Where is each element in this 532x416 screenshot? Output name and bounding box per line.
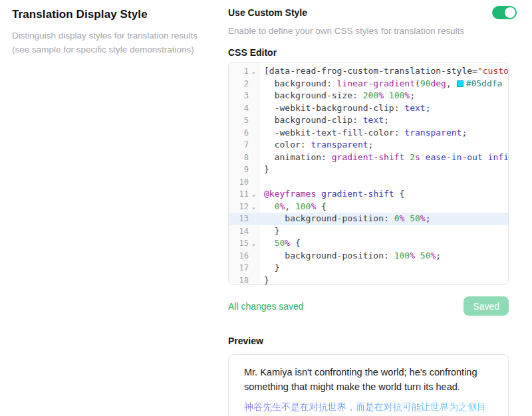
editor-line[interactable]: color: transparent;	[259, 139, 508, 152]
editor-line[interactable]: [data-read-frog-custom-translation-style…	[259, 65, 508, 78]
code-token: ,	[285, 201, 295, 211]
fold-arrow-icon[interactable]: ⌄	[249, 188, 259, 201]
saved-button[interactable]: Saved	[464, 296, 509, 316]
code-token	[404, 213, 410, 223]
css-editor-label: CSS Editor	[228, 47, 509, 58]
code-token: %	[285, 238, 290, 248]
code-token	[264, 201, 275, 211]
gutter-line: 8	[229, 152, 259, 164]
preview-box: Mr. Kamiya isn't confronting the world; …	[228, 354, 509, 416]
color-swatch-icon[interactable]	[457, 80, 464, 87]
preview-source-text: Mr. Kamiya isn't confronting the world; …	[244, 365, 493, 394]
code-token: background:	[264, 78, 337, 88]
editor-line[interactable]: -webkit-text-fill-color: transparent;	[259, 127, 508, 140]
editor-line[interactable]: 0%, 100% {	[259, 201, 508, 213]
code-token: {	[316, 201, 327, 211]
gutter-line: 4	[229, 102, 259, 115]
toggle-knob-icon	[505, 7, 515, 18]
code-token: text	[404, 103, 425, 113]
use-custom-style-row: Use Custom Style	[228, 5, 509, 20]
code-token: ease-in-out	[426, 152, 483, 162]
code-token: 0	[394, 213, 400, 223]
editor-code-area[interactable]: [data-read-frog-custom-translation-style…	[259, 62, 508, 284]
fold-arrow-icon[interactable]: ⌄	[249, 237, 259, 250]
editor-line[interactable]: -webkit-background-clip: text;	[259, 102, 508, 115]
code-token: background-size:	[264, 90, 363, 100]
line-number: 12	[239, 201, 249, 213]
line-number: 4	[244, 102, 249, 115]
code-token: 0	[507, 78, 508, 88]
editor-line[interactable]: background-clip: text;	[259, 114, 508, 127]
code-token: gradient-shift	[321, 189, 394, 199]
gutter-line: 18	[229, 274, 259, 286]
editor-line[interactable]: background-size: 200% 100%;	[259, 90, 508, 102]
code-token: 100	[295, 201, 311, 211]
code-token: ;	[384, 115, 389, 125]
line-number: 14	[239, 225, 249, 238]
code-token: background-position:	[264, 251, 394, 260]
code-token: s	[415, 152, 420, 162]
code-token: gradient-shift	[332, 152, 405, 162]
code-token: %	[410, 251, 415, 260]
section-intro: Translation Display Style Distinguish di…	[12, 5, 228, 416]
editor-line[interactable]	[259, 176, 508, 189]
code-token	[384, 90, 389, 100]
editor-line[interactable]: }	[259, 163, 508, 176]
code-token: text	[363, 115, 384, 125]
line-number: 11	[239, 188, 249, 201]
code-token: 50	[275, 238, 285, 248]
code-token	[264, 238, 275, 248]
editor-line[interactable]: animation: gradient-shift 2s ease-in-out…	[259, 152, 508, 164]
line-number: 2	[244, 78, 249, 90]
css-editor[interactable]: 1⌄234567891011⌄12⌄131415⌄161718 [data-re…	[228, 62, 509, 285]
code-token: }	[264, 262, 279, 272]
code-token	[420, 152, 426, 162]
code-token: @keyframes	[264, 189, 316, 199]
code-token: ;	[410, 90, 415, 100]
code-token: 2	[410, 152, 415, 162]
code-token: background-clip:	[264, 115, 363, 125]
code-token: %	[404, 90, 410, 100]
use-custom-style-toggle[interactable]	[492, 6, 517, 19]
code-token: %	[420, 213, 426, 223]
code-token: }	[264, 275, 269, 285]
code-token: -webkit-text-fill-color:	[264, 128, 404, 138]
gutter-line: 14	[229, 225, 259, 238]
editor-gutter: 1⌄234567891011⌄12⌄131415⌄161718	[229, 62, 259, 284]
code-token: #05ddfa	[466, 78, 503, 88]
save-status-text: All changes saved	[228, 301, 304, 312]
code-token: ;	[426, 213, 431, 223]
gutter-line: 5	[229, 114, 259, 127]
editor-line[interactable]: background-position: 0% 50%;	[259, 213, 508, 225]
editor-line[interactable]: }	[259, 225, 508, 238]
editor-line[interactable]: }	[259, 274, 508, 285]
fold-arrow-icon[interactable]: ⌄	[249, 201, 259, 213]
gutter-line: 11⌄	[229, 188, 259, 201]
code-token: ;	[426, 103, 431, 113]
gutter-line: 7	[229, 139, 259, 152]
page-description: Distinguish display styles for translati…	[12, 29, 215, 56]
code-token: ,	[446, 78, 457, 88]
code-token	[404, 152, 410, 162]
code-token: 50	[420, 251, 431, 260]
editor-line[interactable]: 50% {	[259, 237, 508, 250]
gutter-line: 1⌄	[229, 65, 259, 78]
line-number: 1	[244, 65, 249, 78]
code-token: ;	[368, 140, 374, 150]
code-token: (	[415, 78, 420, 88]
line-number: 3	[244, 90, 249, 102]
section-content: Use Custom Style Enable to define your o…	[228, 5, 509, 416]
editor-line[interactable]: @keyframes gradient-shift {	[259, 188, 508, 201]
editor-line[interactable]: }	[259, 262, 508, 274]
code-token	[316, 189, 321, 199]
fold-arrow-icon[interactable]: ⌄	[249, 65, 259, 78]
page-title: Translation Display Style	[12, 8, 228, 21]
gutter-line: 10	[229, 176, 259, 189]
code-token: transparent	[404, 128, 462, 138]
line-number: 9	[244, 163, 249, 176]
code-token: linear-gradient	[337, 78, 415, 88]
editor-line[interactable]: background-position: 100% 50%;	[259, 250, 508, 262]
editor-line[interactable]: background: linear-gradient(90deg, #05dd…	[259, 78, 508, 90]
code-token: background-position:	[264, 213, 394, 223]
use-custom-style-description: Enable to define your own CSS styles for…	[228, 26, 509, 36]
